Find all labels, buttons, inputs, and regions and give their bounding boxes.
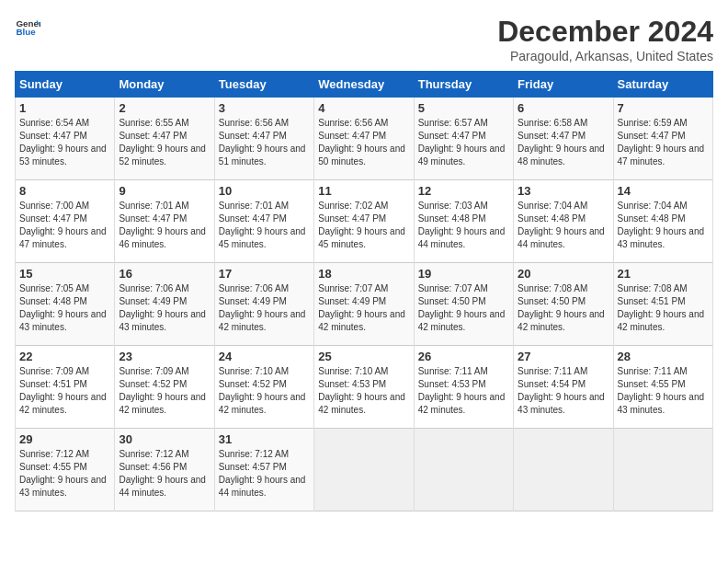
calendar-cell: 5Sunrise: 6:57 AMSunset: 4:47 PMDaylight… bbox=[414, 98, 513, 180]
day-info: Sunrise: 7:07 AMSunset: 4:49 PMDaylight:… bbox=[318, 282, 409, 334]
day-info: Sunrise: 7:09 AMSunset: 4:52 PMDaylight:… bbox=[119, 365, 210, 417]
day-number: 26 bbox=[418, 350, 509, 363]
day-info: Sunrise: 7:03 AMSunset: 4:48 PMDaylight:… bbox=[418, 200, 509, 251]
week-row-4: 22Sunrise: 7:09 AMSunset: 4:51 PMDayligh… bbox=[16, 346, 713, 429]
calendar-cell: 19Sunrise: 7:07 AMSunset: 4:50 PMDayligh… bbox=[414, 263, 513, 346]
logo: General Blue bbox=[15, 15, 40, 40]
calendar-cell: 8Sunrise: 7:00 AMSunset: 4:47 PMDaylight… bbox=[16, 180, 115, 263]
day-number: 2 bbox=[119, 101, 210, 115]
day-info: Sunrise: 7:11 AMSunset: 4:54 PMDaylight:… bbox=[518, 365, 609, 417]
day-number: 5 bbox=[418, 101, 509, 115]
day-info: Sunrise: 7:04 AMSunset: 4:48 PMDaylight:… bbox=[618, 200, 709, 251]
day-number: 15 bbox=[19, 267, 110, 281]
day-info: Sunrise: 7:06 AMSunset: 4:49 PMDaylight:… bbox=[219, 282, 310, 334]
day-info: Sunrise: 7:02 AMSunset: 4:47 PMDaylight:… bbox=[318, 200, 409, 251]
header-day-sunday: Sunday bbox=[16, 72, 115, 98]
day-number: 19 bbox=[418, 267, 509, 281]
calendar-cell: 4Sunrise: 6:56 AMSunset: 4:47 PMDaylight… bbox=[314, 98, 414, 180]
day-info: Sunrise: 7:05 AMSunset: 4:48 PMDaylight:… bbox=[19, 282, 110, 334]
header-day-thursday: Thursday bbox=[414, 72, 513, 98]
header-row: SundayMondayTuesdayWednesdayThursdayFrid… bbox=[16, 72, 713, 98]
day-number: 18 bbox=[318, 267, 409, 281]
day-info: Sunrise: 6:59 AMSunset: 4:47 PMDaylight:… bbox=[618, 117, 709, 168]
day-info: Sunrise: 7:11 AMSunset: 4:53 PMDaylight:… bbox=[418, 365, 509, 417]
day-number: 6 bbox=[518, 101, 609, 115]
calendar-cell: 30Sunrise: 7:12 AMSunset: 4:56 PMDayligh… bbox=[115, 429, 214, 511]
day-info: Sunrise: 6:58 AMSunset: 4:47 PMDaylight:… bbox=[518, 117, 609, 168]
day-number: 28 bbox=[618, 350, 709, 363]
day-number: 29 bbox=[19, 432, 110, 446]
day-number: 7 bbox=[618, 101, 709, 115]
day-info: Sunrise: 7:08 AMSunset: 4:51 PMDaylight:… bbox=[618, 282, 709, 334]
day-info: Sunrise: 7:10 AMSunset: 4:53 PMDaylight:… bbox=[318, 365, 409, 417]
calendar-cell bbox=[314, 429, 414, 511]
day-number: 22 bbox=[19, 350, 110, 363]
day-number: 16 bbox=[119, 267, 210, 281]
calendar-cell: 29Sunrise: 7:12 AMSunset: 4:55 PMDayligh… bbox=[16, 429, 115, 511]
calendar-cell: 11Sunrise: 7:02 AMSunset: 4:47 PMDayligh… bbox=[314, 180, 414, 263]
header-day-friday: Friday bbox=[514, 72, 613, 98]
calendar-cell: 17Sunrise: 7:06 AMSunset: 4:49 PMDayligh… bbox=[214, 263, 313, 346]
day-info: Sunrise: 7:01 AMSunset: 4:47 PMDaylight:… bbox=[219, 200, 310, 251]
calendar-cell: 31Sunrise: 7:12 AMSunset: 4:57 PMDayligh… bbox=[214, 429, 313, 511]
header-day-saturday: Saturday bbox=[613, 72, 712, 98]
day-info: Sunrise: 7:00 AMSunset: 4:47 PMDaylight:… bbox=[19, 200, 110, 251]
header-day-wednesday: Wednesday bbox=[314, 72, 414, 98]
day-info: Sunrise: 6:55 AMSunset: 4:47 PMDaylight:… bbox=[119, 117, 210, 168]
month-title: December 2024 bbox=[497, 15, 713, 49]
week-row-1: 1Sunrise: 6:54 AMSunset: 4:47 PMDaylight… bbox=[16, 98, 713, 180]
calendar-cell: 26Sunrise: 7:11 AMSunset: 4:53 PMDayligh… bbox=[414, 346, 513, 429]
day-info: Sunrise: 6:54 AMSunset: 4:47 PMDaylight:… bbox=[19, 117, 110, 168]
day-number: 1 bbox=[19, 101, 110, 115]
day-number: 25 bbox=[318, 350, 409, 363]
day-number: 20 bbox=[518, 267, 609, 281]
day-info: Sunrise: 6:56 AMSunset: 4:47 PMDaylight:… bbox=[219, 117, 310, 168]
day-number: 4 bbox=[318, 101, 409, 115]
calendar-cell: 16Sunrise: 7:06 AMSunset: 4:49 PMDayligh… bbox=[115, 263, 214, 346]
day-number: 10 bbox=[219, 184, 310, 198]
day-number: 9 bbox=[119, 184, 210, 198]
logo-icon: General Blue bbox=[15, 15, 40, 40]
calendar-cell bbox=[414, 429, 513, 511]
day-number: 8 bbox=[19, 184, 110, 198]
day-info: Sunrise: 7:10 AMSunset: 4:52 PMDaylight:… bbox=[219, 365, 310, 417]
day-number: 13 bbox=[518, 184, 609, 198]
calendar-cell: 3Sunrise: 6:56 AMSunset: 4:47 PMDaylight… bbox=[214, 98, 313, 180]
calendar-cell: 27Sunrise: 7:11 AMSunset: 4:54 PMDayligh… bbox=[514, 346, 613, 429]
day-number: 23 bbox=[119, 350, 210, 363]
calendar-cell: 6Sunrise: 6:58 AMSunset: 4:47 PMDaylight… bbox=[514, 98, 613, 180]
day-info: Sunrise: 6:57 AMSunset: 4:47 PMDaylight:… bbox=[418, 117, 509, 168]
calendar-cell: 14Sunrise: 7:04 AMSunset: 4:48 PMDayligh… bbox=[613, 180, 712, 263]
day-number: 31 bbox=[219, 432, 310, 446]
calendar-table: SundayMondayTuesdayWednesdayThursdayFrid… bbox=[15, 71, 713, 511]
day-info: Sunrise: 6:56 AMSunset: 4:47 PMDaylight:… bbox=[318, 117, 409, 168]
calendar-cell: 23Sunrise: 7:09 AMSunset: 4:52 PMDayligh… bbox=[115, 346, 214, 429]
day-number: 12 bbox=[418, 184, 509, 198]
day-number: 27 bbox=[518, 350, 609, 363]
day-info: Sunrise: 7:09 AMSunset: 4:51 PMDaylight:… bbox=[19, 365, 110, 417]
day-number: 21 bbox=[618, 267, 709, 281]
title-section: December 2024 Paragould, Arkansas, Unite… bbox=[497, 15, 713, 63]
calendar-cell: 12Sunrise: 7:03 AMSunset: 4:48 PMDayligh… bbox=[414, 180, 513, 263]
header-day-monday: Monday bbox=[115, 72, 214, 98]
calendar-cell bbox=[514, 429, 613, 511]
svg-text:Blue: Blue bbox=[16, 27, 36, 37]
calendar-cell bbox=[613, 429, 712, 511]
day-info: Sunrise: 7:04 AMSunset: 4:48 PMDaylight:… bbox=[518, 200, 609, 251]
day-info: Sunrise: 7:12 AMSunset: 4:56 PMDaylight:… bbox=[119, 448, 210, 500]
calendar-cell: 10Sunrise: 7:01 AMSunset: 4:47 PMDayligh… bbox=[214, 180, 313, 263]
day-info: Sunrise: 7:08 AMSunset: 4:50 PMDaylight:… bbox=[518, 282, 609, 334]
calendar-cell: 2Sunrise: 6:55 AMSunset: 4:47 PMDaylight… bbox=[115, 98, 214, 180]
day-number: 11 bbox=[318, 184, 409, 198]
day-info: Sunrise: 7:06 AMSunset: 4:49 PMDaylight:… bbox=[119, 282, 210, 334]
day-number: 3 bbox=[219, 101, 310, 115]
day-number: 24 bbox=[219, 350, 310, 363]
calendar-cell: 21Sunrise: 7:08 AMSunset: 4:51 PMDayligh… bbox=[613, 263, 712, 346]
calendar-cell: 18Sunrise: 7:07 AMSunset: 4:49 PMDayligh… bbox=[314, 263, 414, 346]
day-info: Sunrise: 7:12 AMSunset: 4:55 PMDaylight:… bbox=[19, 448, 110, 500]
calendar-cell: 22Sunrise: 7:09 AMSunset: 4:51 PMDayligh… bbox=[16, 346, 115, 429]
calendar-cell: 28Sunrise: 7:11 AMSunset: 4:55 PMDayligh… bbox=[613, 346, 712, 429]
day-info: Sunrise: 7:12 AMSunset: 4:57 PMDaylight:… bbox=[219, 448, 310, 500]
day-number: 30 bbox=[119, 432, 210, 446]
calendar-cell: 24Sunrise: 7:10 AMSunset: 4:52 PMDayligh… bbox=[214, 346, 313, 429]
